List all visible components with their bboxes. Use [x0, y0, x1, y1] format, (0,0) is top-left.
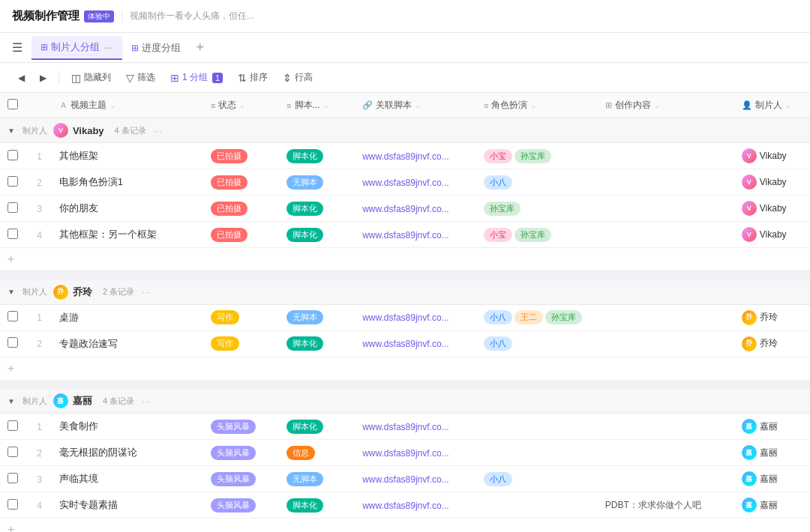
row-checkbox[interactable] — [8, 229, 18, 239]
row-video-cell[interactable]: 专题政治速写 — [52, 330, 203, 357]
link-text[interactable]: www.dsfas89jnvf.co... — [362, 312, 448, 323]
th-video-sort[interactable]: ⌄ — [110, 101, 116, 109]
th-link-sort[interactable]: ⌄ — [415, 101, 421, 109]
group-more-vikaby[interactable]: ··· — [154, 125, 162, 136]
row-video-cell[interactable]: 其他框架 — [52, 143, 203, 169]
th-role-label: 角色扮演 — [491, 99, 527, 112]
group-spacer-cell — [0, 380, 810, 389]
row-link-cell[interactable]: www.dsfas89jnvf.co... — [355, 492, 476, 519]
row-role-cell: 小八 — [476, 169, 598, 196]
tab-progress[interactable]: ⊞ 进度分组 — [122, 37, 190, 59]
row-checkbox[interactable] — [8, 202, 18, 213]
table-header-row: Ａ视频主题⌄ ≡状态⌄ ≡脚本...⌄ 🔗关联脚本⌄ ≡角色扮演⌄ ⊞创作内容⌄ — [0, 93, 810, 118]
table-container: Ａ视频主题⌄ ≡状态⌄ ≡脚本...⌄ 🔗关联脚本⌄ ≡角色扮演⌄ ⊞创作内容⌄ — [0, 93, 810, 532]
row-height-icon: ⇕ — [283, 72, 292, 84]
row-checkbox[interactable] — [8, 311, 18, 321]
th-video[interactable]: Ａ视频主题⌄ — [52, 93, 203, 118]
row-link-cell[interactable]: www.dsfas89jnvf.co... — [355, 222, 476, 248]
th-link[interactable]: 🔗关联脚本⌄ — [355, 93, 476, 118]
link-text[interactable]: www.dsfas89jnvf.co... — [362, 474, 448, 485]
link-text[interactable]: www.dsfas89jnvf.co... — [362, 151, 448, 162]
th-script-sort[interactable]: ⌄ — [323, 101, 329, 109]
add-row-cell: + — [0, 519, 810, 533]
link-text[interactable]: www.dsfas89jnvf.co... — [362, 178, 448, 188]
add-row-button[interactable]: + — [8, 253, 14, 265]
th-checkbox[interactable] — [0, 93, 27, 118]
add-row-button[interactable]: + — [8, 523, 14, 532]
editor-name: Vikaby — [760, 177, 787, 187]
row-video-cell[interactable]: 电影角色扮演1 — [52, 169, 203, 196]
row-num-cell: 3 — [27, 466, 51, 492]
th-role-sort[interactable]: ⌄ — [530, 101, 536, 109]
row-checkbox[interactable] — [8, 176, 18, 187]
group-chevron-qiaoling[interactable]: ▼ — [8, 288, 15, 296]
row-num: 3 — [37, 204, 42, 214]
th-content[interactable]: ⊞创作内容⌄ — [598, 93, 734, 118]
link-text[interactable]: www.dsfas89jnvf.co... — [362, 448, 448, 459]
row-content-cell — [598, 304, 734, 330]
add-tab-button[interactable]: + — [190, 37, 211, 58]
row-video-cell[interactable]: 你的朋友 — [52, 196, 203, 222]
th-status[interactable]: ≡状态⌄ — [203, 93, 279, 118]
link-text[interactable]: www.dsfas89jnvf.co... — [362, 204, 448, 214]
th-status-sort[interactable]: ⌄ — [239, 101, 245, 109]
row-link-cell[interactable]: www.dsfas89jnvf.co... — [355, 143, 476, 169]
sort-button[interactable]: ⇅ 排序 — [232, 68, 274, 87]
group-more-qiaoling[interactable]: ··· — [142, 286, 150, 297]
row-video-cell[interactable]: 毫无根据的阴谋论 — [52, 440, 203, 466]
th-editor[interactable]: 👤制片人⌄ — [734, 93, 810, 118]
add-row-button[interactable]: + — [8, 362, 14, 375]
row-checkbox[interactable] — [8, 337, 18, 348]
select-all-checkbox[interactable] — [8, 99, 18, 109]
row-video-cell[interactable]: 桌游 — [52, 304, 203, 330]
row-video-cell[interactable]: 其他框架：另一个框架 — [52, 222, 203, 248]
back-button[interactable]: ◀ — [12, 70, 31, 86]
filter-button[interactable]: ▽ 筛选 — [120, 68, 161, 87]
row-checkbox[interactable] — [8, 473, 18, 483]
row-video-cell[interactable]: 声临其境 — [52, 466, 203, 492]
script-badge: 脚本化 — [286, 228, 323, 242]
group-header-cell-jiali: ▼ 制片人 嘉 嘉丽 4 条记录 ··· — [0, 389, 810, 414]
row-checkbox[interactable] — [8, 420, 18, 431]
forward-button[interactable]: ▶ — [34, 70, 52, 86]
status-badge: 写作 — [211, 310, 239, 324]
row-link-cell[interactable]: www.dsfas89jnvf.co... — [355, 330, 476, 357]
hide-columns-button[interactable]: ◫ 隐藏列 — [65, 68, 117, 87]
group-chevron-jiali[interactable]: ▼ — [8, 397, 15, 405]
row-script-cell: 脚本化 — [279, 492, 355, 519]
row-link-cell[interactable]: www.dsfas89jnvf.co... — [355, 414, 476, 440]
th-script[interactable]: ≡脚本...⌄ — [279, 93, 355, 118]
row-role-cell — [476, 492, 598, 519]
row-height-label: 行高 — [295, 71, 313, 84]
row-script-cell: 脚本化 — [279, 414, 355, 440]
group-chevron-vikaby[interactable]: ▼ — [8, 127, 15, 135]
row-checkbox[interactable] — [8, 499, 18, 510]
row-editor-cell: V Vikaby — [734, 196, 810, 222]
link-text[interactable]: www.dsfas89jnvf.co... — [362, 501, 448, 511]
row-checkbox[interactable] — [8, 447, 18, 457]
row-num-cell: 2 — [27, 440, 51, 466]
th-editor-sort[interactable]: ⌄ — [785, 101, 791, 109]
row-link-cell[interactable]: www.dsfas89jnvf.co... — [355, 304, 476, 330]
group-button[interactable]: ⊞ 1 分组 1 — [164, 68, 229, 87]
hamburger-menu[interactable]: ☰ — [12, 40, 22, 55]
tab-group1-more[interactable]: ··· — [104, 41, 113, 53]
row-link-cell[interactable]: www.dsfas89jnvf.co... — [355, 169, 476, 196]
row-link-cell[interactable]: www.dsfas89jnvf.co... — [355, 196, 476, 222]
row-checkbox[interactable] — [8, 150, 18, 160]
row-video-cell[interactable]: 实时专题素描 — [52, 492, 203, 519]
row-height-button[interactable]: ⇕ 行高 — [277, 68, 319, 87]
row-num-cell: 2 — [27, 169, 51, 196]
main-table: Ａ视频主题⌄ ≡状态⌄ ≡脚本...⌄ 🔗关联脚本⌄ ≡角色扮演⌄ ⊞创作内容⌄ — [0, 93, 810, 532]
link-text[interactable]: www.dsfas89jnvf.co... — [362, 422, 448, 432]
tab-group1[interactable]: ⊞ 制片人分组 ··· — [32, 36, 122, 60]
script-badge: 无脚本 — [286, 472, 323, 486]
link-text[interactable]: www.dsfas89jnvf.co... — [362, 230, 448, 241]
th-content-sort[interactable]: ⌄ — [654, 101, 660, 109]
link-text[interactable]: www.dsfas89jnvf.co... — [362, 339, 448, 349]
row-link-cell[interactable]: www.dsfas89jnvf.co... — [355, 466, 476, 492]
group-more-jiali[interactable]: ··· — [142, 396, 150, 407]
row-link-cell[interactable]: www.dsfas89jnvf.co... — [355, 440, 476, 466]
th-role[interactable]: ≡角色扮演⌄ — [476, 93, 598, 118]
row-video-cell[interactable]: 美食制作 — [52, 414, 203, 440]
